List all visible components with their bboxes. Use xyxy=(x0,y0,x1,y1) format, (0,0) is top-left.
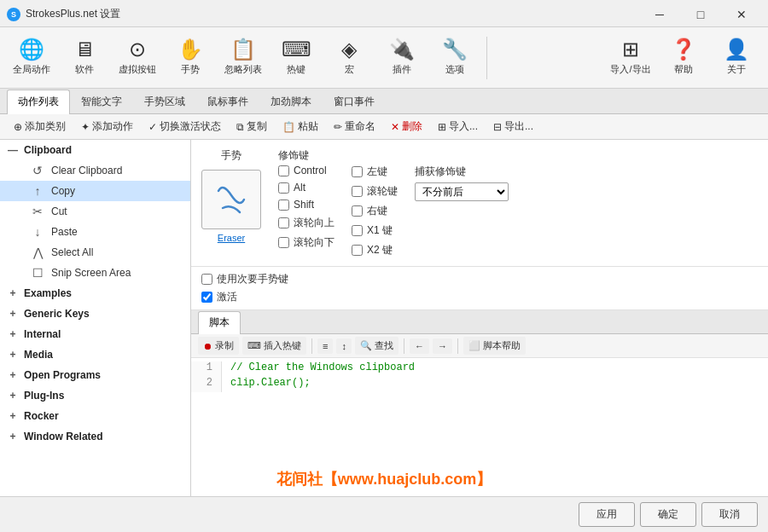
capture-select[interactable]: 不分前后 前 后 xyxy=(415,182,509,201)
toolbar-software-label: 软件 xyxy=(75,63,94,76)
scroll-key-checkbox[interactable] xyxy=(352,186,363,197)
line-num-1: 1 xyxy=(191,361,222,377)
arrow-left-button[interactable]: ← xyxy=(410,338,429,354)
tab-action-list[interactable]: 动作列表 xyxy=(7,90,70,114)
toolbar-macro[interactable]: ◈ 宏 xyxy=(324,32,374,84)
toolbar-gesture-label: 手势 xyxy=(181,63,200,76)
paste-button[interactable]: 📋 粘贴 xyxy=(276,116,325,137)
alt-checkbox[interactable] xyxy=(278,182,289,194)
left-key-checkbox[interactable] xyxy=(352,166,363,177)
paste-icon: 📋 xyxy=(282,121,295,133)
group-plug-ins[interactable]: + Plug-Ins xyxy=(0,385,190,406)
plug-ins-label: Plug-Ins xyxy=(24,390,64,402)
sort-icon: ↕ xyxy=(341,341,346,351)
app-icon: S xyxy=(7,8,20,21)
select-all-icon: ⋀ xyxy=(31,246,44,259)
line-code-2: clip.Clear(); xyxy=(222,377,311,392)
scroll-up-checkbox[interactable] xyxy=(278,217,289,228)
format-button[interactable]: ≡ xyxy=(317,338,333,354)
scroll-up-label: 滚轮向上 xyxy=(294,216,335,230)
group-open-programs[interactable]: + Open Programs xyxy=(0,365,190,385)
toolbar-options[interactable]: 🔧 选项 xyxy=(430,32,480,84)
toolbar-import-export[interactable]: ⊞ 导入/导出 xyxy=(606,32,655,84)
shift-checkbox[interactable] xyxy=(278,200,289,211)
alt-label: Alt xyxy=(294,182,305,194)
x2-key-checkbox[interactable] xyxy=(352,245,363,256)
right-key-checkbox[interactable] xyxy=(352,205,363,217)
toolbar-import-export-label: 导入/导出 xyxy=(610,63,650,76)
toolbar-software[interactable]: 🖥 软件 xyxy=(60,32,109,84)
group-examples[interactable]: + Examples xyxy=(0,283,190,304)
delete-button[interactable]: ✕ 删除 xyxy=(384,116,429,137)
minimize-button[interactable]: ─ xyxy=(640,4,679,25)
script-tab[interactable]: 脚本 xyxy=(198,311,241,334)
toolbar-global-label: 全局动作 xyxy=(13,63,50,76)
toolbar-ignore-list[interactable]: 📋 忽略列表 xyxy=(218,32,268,84)
action-copy[interactable]: ↑ Copy xyxy=(0,181,190,201)
toolbar-plugin-label: 插件 xyxy=(393,63,411,76)
script-help-icon: ⬜ xyxy=(468,340,480,351)
group-media[interactable]: + Media xyxy=(0,344,190,365)
toggle-state-button[interactable]: ✓ 切换激活状态 xyxy=(142,116,228,137)
script-editor[interactable]: 1 // Clear the Windows clipboard 2 clip.… xyxy=(191,358,768,496)
insert-hotkey-button[interactable]: ⌨ 插入热键 xyxy=(242,337,306,355)
title-bar: S StrokesPlus.net 设置 ─ □ ✕ xyxy=(0,0,768,27)
copy-button[interactable]: ⧉ 复制 xyxy=(230,116,274,137)
export-button[interactable]: ⊟ 导出... xyxy=(486,116,540,137)
left-key-label: 左键 xyxy=(367,165,387,179)
sort-button[interactable]: ↕ xyxy=(336,338,352,354)
tab-window-event[interactable]: 窗口事件 xyxy=(323,90,386,113)
media-label: Media xyxy=(24,349,53,361)
activate-checkbox[interactable] xyxy=(201,292,212,303)
close-button[interactable]: ✕ xyxy=(722,4,761,25)
tab-gesture-area[interactable]: 手势区域 xyxy=(133,90,196,113)
script-section: 脚本 ⏺ 录制 ⌨ 插入热键 ≡ ↕ 🔍 xyxy=(191,310,768,496)
use-secondary-checkbox[interactable] xyxy=(201,274,212,285)
add-action-button[interactable]: ✦ 添加动作 xyxy=(74,116,140,137)
maximize-button[interactable]: □ xyxy=(681,4,720,25)
scroll-down-checkbox[interactable] xyxy=(278,237,289,248)
add-type-icon: ⊕ xyxy=(14,121,22,133)
apply-button[interactable]: 应用 xyxy=(579,502,635,527)
tab-smart-text[interactable]: 智能文字 xyxy=(70,90,133,113)
add-action-label: 添加动作 xyxy=(92,119,133,134)
ok-button[interactable]: 确定 xyxy=(640,502,696,527)
group-generic-keys[interactable]: + Generic Keys xyxy=(0,304,190,324)
import-button[interactable]: ⊞ 导入... xyxy=(431,116,485,137)
generic-keys-toggle-icon: + xyxy=(7,308,19,320)
arrow-right-button[interactable]: → xyxy=(433,338,452,354)
tab-add-script[interactable]: 加劲脚本 xyxy=(259,90,323,113)
action-cut[interactable]: ✂ Cut xyxy=(0,201,190,222)
search-label: 查找 xyxy=(375,339,393,352)
toolbar-virtual-button[interactable]: ⊙ 虚拟按钮 xyxy=(113,32,162,84)
control-checkbox[interactable] xyxy=(278,165,289,176)
group-rocker[interactable]: + Rocker xyxy=(0,406,190,426)
tab-mouse-event[interactable]: 鼠标事件 xyxy=(196,90,259,113)
action-select-all[interactable]: ⋀ Select All xyxy=(0,242,190,263)
checkbox-scroll-key: 滚轮键 xyxy=(352,184,398,199)
search-button[interactable]: 🔍 查找 xyxy=(355,337,399,355)
import-label: 导入... xyxy=(449,119,478,134)
action-snip-screen[interactable]: ☐ Snip Screen Area xyxy=(0,263,190,283)
record-button[interactable]: ⏺ 录制 xyxy=(198,337,239,355)
x1-key-checkbox[interactable] xyxy=(352,225,363,236)
group-window-related[interactable]: + Window Related xyxy=(0,426,190,447)
checkbox-scroll-up: 滚轮向上 xyxy=(278,216,335,230)
title-bar-left: S StrokesPlus.net 设置 xyxy=(7,7,120,21)
rename-button[interactable]: ✏ 重命名 xyxy=(327,116,382,137)
toolbar-gesture[interactable]: ✋ 手势 xyxy=(166,32,215,84)
cancel-button[interactable]: 取消 xyxy=(701,502,758,527)
toolbar-about[interactable]: 👤 关于 xyxy=(712,32,761,84)
group-internal[interactable]: + Internal xyxy=(0,324,190,344)
group-clipboard[interactable]: — Clipboard xyxy=(0,140,190,160)
script-help-button[interactable]: ⬜ 脚本帮助 xyxy=(463,337,526,355)
clear-clipboard-label: Clear Clipboard xyxy=(51,165,122,176)
toolbar-help[interactable]: ❓ 帮助 xyxy=(659,32,708,84)
add-type-button[interactable]: ⊕ 添加类别 xyxy=(7,116,73,137)
toolbar-global-action[interactable]: 🌐 全局动作 xyxy=(7,32,56,84)
toolbar-hotkey[interactable]: ⌨ 热键 xyxy=(271,32,321,84)
toolbar-plugin[interactable]: 🔌 插件 xyxy=(377,32,427,84)
action-clear-clipboard[interactable]: ↺ Clear Clipboard xyxy=(0,160,190,181)
gesture-link[interactable]: Eraser xyxy=(218,233,245,243)
action-paste[interactable]: ↓ Paste xyxy=(0,222,190,242)
